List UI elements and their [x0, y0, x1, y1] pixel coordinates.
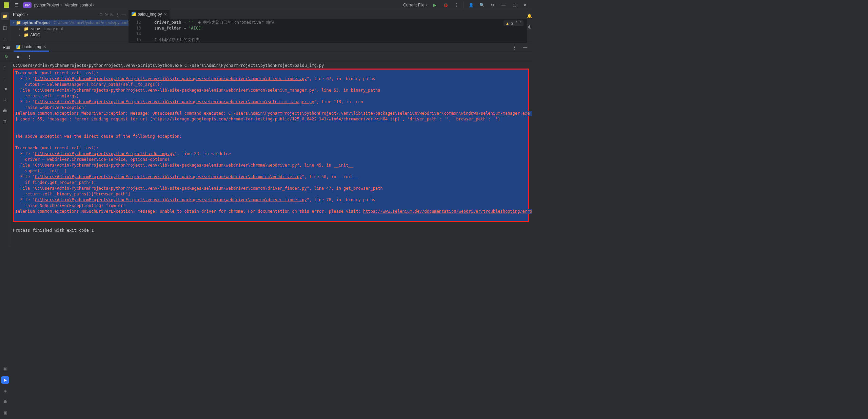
settings-icon[interactable]: ⚙: [489, 1, 496, 9]
folder-icon: 📁: [24, 26, 29, 31]
file-link[interactable]: C:\Users\Admin\PycharmProjects\pythonPro…: [35, 197, 307, 202]
run-config-label: Current File: [403, 3, 425, 7]
print-icon[interactable]: 🖶: [1, 107, 9, 114]
run-tab-baidu-img[interactable]: baidu_img ✕: [14, 43, 49, 52]
file-link[interactable]: C:\Users\Admin\PycharmProjects\pythonPro…: [35, 186, 307, 191]
code-with-me-icon[interactable]: 👤: [467, 1, 475, 9]
run-options-icon[interactable]: ⋮: [511, 44, 518, 51]
right-tool-sidebar: 🔔 ◎: [527, 10, 532, 43]
left-tool-sidebar: 📁 ⬚ …: [0, 10, 10, 43]
tree-root[interactable]: ▾ 📁 pythonProject C:\Users\Admin\Pycharm…: [10, 20, 129, 26]
root-name: pythonProject: [22, 20, 50, 25]
project-badge: PP: [23, 2, 32, 8]
chevron-down-icon: ▾: [60, 3, 62, 7]
warning-count: 2: [511, 21, 513, 25]
line-gutter: 12 13 14 15: [129, 19, 144, 43]
file-link[interactable]: C:\Users\Admin\PycharmProjects\pythonPro…: [35, 88, 314, 93]
close-window-icon[interactable]: ✕: [521, 1, 529, 9]
expander-icon[interactable]: ▸: [19, 27, 22, 31]
editor-inspections[interactable]: ▲ 2 ˄ ˅: [504, 20, 524, 26]
command-line: C:\Users\Admin\PycharmProjects\pythonPro…: [13, 63, 327, 68]
project-tree: ▾ 📁 pythonProject C:\Users\Admin\Pycharm…: [10, 19, 129, 39]
soft-wrap-icon[interactable]: ⇥: [1, 85, 9, 93]
structure-tool-icon[interactable]: ⬚: [1, 24, 9, 31]
run-button[interactable]: ▶: [431, 1, 438, 9]
locate-icon[interactable]: ⊙: [99, 12, 103, 17]
folder-icon: 📁: [24, 33, 29, 37]
python-file-icon: [16, 45, 20, 49]
project-name-label: pythonProject: [34, 3, 59, 7]
run-tool-window: Run baidu_img ✕ ⋮ — ↻ ■ ⋮ ↑ ↓ ⇥ ⤓ 🖶 🗑 C:…: [0, 43, 532, 246]
version-control-dropdown[interactable]: Version control ▾: [65, 3, 95, 7]
collapse-icon[interactable]: ⇱: [110, 12, 114, 17]
tree-item-label: .venv: [30, 26, 40, 31]
code-content[interactable]: driver_path = '' # 替换为您自己的 chromedriver …: [144, 19, 527, 43]
close-tab-icon[interactable]: ✕: [164, 12, 167, 17]
tree-item-suffix: library root: [44, 26, 63, 31]
search-icon[interactable]: 🔍: [478, 1, 486, 9]
expand-icon[interactable]: ⇲: [105, 12, 108, 17]
chevron-down-icon: ▾: [93, 3, 95, 7]
run-toolbar: ↻ ■ ⋮: [0, 52, 532, 61]
down-stack-icon[interactable]: ↓: [1, 74, 9, 82]
line-number: 14: [129, 31, 141, 37]
prev-highlight-icon[interactable]: ˄: [515, 21, 517, 25]
app-logo: [3, 1, 10, 9]
titlebar: ☰ PP pythonProject ▾ Version control ▾ C…: [0, 0, 532, 10]
run-tab-label: baidu_img: [22, 44, 41, 49]
run-side-toolbar: ↑ ↓ ⇥ ⤓ 🖶 🗑: [0, 61, 10, 246]
line-number: 13: [129, 25, 141, 31]
more-actions-icon[interactable]: ⋮: [453, 1, 460, 9]
expander-icon[interactable]: ▾: [13, 21, 15, 24]
file-link[interactable]: C:\Users\Admin\PycharmProjects\pythonPro…: [35, 99, 314, 104]
version-control-label: Version control: [65, 3, 92, 7]
url-link[interactable]: https://www.selenium.dev/documentation/w…: [363, 209, 532, 214]
more-tool-icon[interactable]: …: [1, 36, 9, 43]
editor-tab-label: baidu_img.py: [138, 12, 162, 17]
file-link[interactable]: C:\Users\Admin\PycharmProjects\pythonPro…: [35, 76, 307, 81]
debug-button[interactable]: 🐞: [442, 1, 449, 9]
notifications-icon[interactable]: 🔔: [526, 12, 532, 20]
file-link[interactable]: C:\Users\Admin\PycharmProjects\pythonPro…: [35, 163, 297, 168]
editor-body[interactable]: 12 13 14 15 driver_path = '' # 替换为您自己的 c…: [129, 19, 527, 43]
editor-area: baidu_img.py ✕ 12 13 14 15 driver_path =…: [129, 10, 527, 43]
root-path: C:\Users\Admin\PycharmProjects\pythonPro…: [54, 20, 140, 25]
run-panel-label: Run: [3, 45, 10, 50]
project-name-dropdown[interactable]: pythonProject ▾: [34, 3, 62, 7]
minimize-icon[interactable]: —: [500, 1, 507, 9]
editor-tab-baidu-img[interactable]: baidu_img.py ✕: [129, 10, 170, 19]
close-tab-icon[interactable]: ✕: [43, 44, 46, 49]
warning-icon: ▲: [506, 21, 509, 25]
url-link[interactable]: https://storage.googleapis.com/chrome-fo…: [153, 117, 397, 121]
traceback-selection: Traceback (most recent call last): File …: [13, 69, 529, 222]
file-link[interactable]: C:\Users\Admin\PycharmProjects\pythonPro…: [35, 151, 175, 156]
hide-run-icon[interactable]: —: [521, 44, 529, 51]
tree-item-aigc[interactable]: ▸ 📁 AIGC: [10, 32, 129, 38]
toolbar-more-icon[interactable]: ⋮: [26, 53, 33, 60]
maximize-icon[interactable]: ▢: [511, 1, 518, 9]
expander-icon[interactable]: ▸: [19, 33, 22, 37]
line-number: 12: [129, 20, 141, 25]
scroll-end-icon[interactable]: ⤓: [1, 96, 9, 103]
next-highlight-icon[interactable]: ˅: [519, 21, 521, 25]
chevron-down-icon[interactable]: ▾: [27, 13, 28, 16]
stop-button[interactable]: ■: [14, 53, 22, 60]
hide-icon[interactable]: —: [122, 12, 126, 17]
python-file-icon: [132, 12, 136, 16]
tree-item-venv[interactable]: ▸ 📁 .venv library root: [10, 26, 129, 32]
folder-icon: 📁: [16, 20, 21, 25]
exit-line: Process finished with exit code 1: [13, 228, 94, 233]
main-menu-icon[interactable]: ☰: [13, 1, 20, 9]
project-tool-icon[interactable]: 📁: [1, 12, 9, 20]
run-config-dropdown[interactable]: Current File ▾: [403, 3, 428, 7]
rerun-button[interactable]: ↻: [3, 53, 10, 60]
project-pane-title: Project: [13, 12, 25, 17]
console-output[interactable]: C:\Users\Admin\PycharmProjects\pythonPro…: [10, 61, 532, 246]
divider: [463, 2, 464, 8]
up-stack-icon[interactable]: ↑: [1, 63, 9, 71]
clear-icon[interactable]: 🗑: [1, 118, 9, 125]
chevron-down-icon: ▾: [426, 3, 428, 7]
file-link[interactable]: C:\Users\Admin\PycharmProjects\pythonPro…: [35, 174, 302, 179]
options-icon[interactable]: ⋮: [116, 12, 120, 17]
project-pane: Project ▾ ⊙ ⇲ ⇱ ⋮ — ▾ 📁 pythonProject C:…: [10, 10, 129, 43]
